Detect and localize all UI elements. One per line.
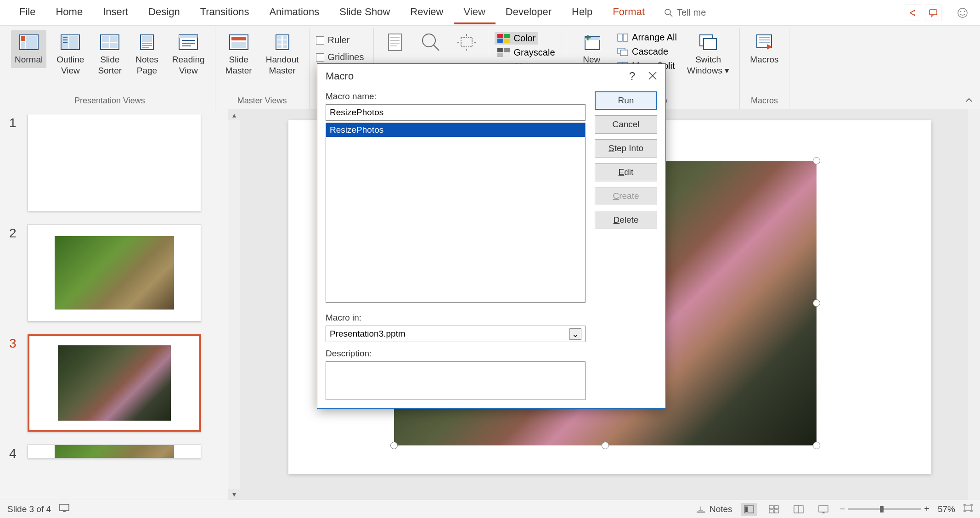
arrange-all-label: Arrange All: [632, 32, 677, 43]
zoom-level[interactable]: 57%: [938, 504, 955, 514]
zoom-slider-track[interactable]: [848, 508, 921, 510]
color-button[interactable]: Color: [495, 32, 539, 45]
reading-view-status-button[interactable]: [790, 503, 807, 516]
face-button[interactable]: [954, 5, 971, 21]
ruler-checkbox[interactable]: Ruler: [316, 33, 350, 47]
create-button[interactable]: Create: [595, 187, 657, 205]
notes-button-ribbon[interactable]: [380, 30, 410, 54]
notes-toggle[interactable]: Notes: [696, 504, 732, 514]
menubar: File Home Insert Design Transitions Anim…: [0, 0, 980, 26]
search-icon: [664, 8, 673, 17]
thumbnail-number: 4: [9, 445, 20, 461]
resize-handle-bl[interactable]: [390, 442, 398, 449]
notes-page-button[interactable]: Notes Page: [132, 30, 162, 79]
zoom-slider-thumb[interactable]: [880, 506, 884, 512]
tab-design[interactable]: Design: [138, 1, 190, 24]
grayscale-button[interactable]: Grayscale: [495, 46, 558, 59]
checkbox-icon: [316, 36, 324, 45]
thumbnail-pane: 1 2 3 4 ▴ ▾: [0, 109, 240, 500]
macro-in-select[interactable]: Presentation3.pptm ⌄: [326, 326, 586, 342]
switch-windows-button[interactable]: Switch Windows ▾: [683, 30, 733, 79]
tab-format[interactable]: Format: [603, 1, 655, 24]
accessibility-button[interactable]: [59, 504, 69, 514]
cancel-button[interactable]: Cancel: [595, 115, 657, 134]
description-box[interactable]: [326, 361, 586, 400]
cascade-button[interactable]: Cascade: [617, 46, 677, 57]
tab-help[interactable]: Help: [562, 1, 603, 24]
resize-handle-mr[interactable]: [813, 299, 820, 307]
arrange-all-button[interactable]: Arrange All: [617, 32, 677, 43]
svg-point-0: [665, 9, 670, 15]
normal-view-button[interactable]: Normal: [11, 30, 46, 68]
outline-view-button[interactable]: Outline View: [53, 30, 88, 79]
edit-button[interactable]: Edit: [595, 163, 657, 181]
slideshow-status-button[interactable]: [815, 503, 832, 516]
normal-view-status-button[interactable]: [741, 503, 757, 516]
resize-handle-br[interactable]: [813, 442, 820, 449]
tell-me-search[interactable]: Tell me: [664, 7, 706, 18]
resize-handle-tr[interactable]: [813, 157, 820, 164]
group-master-views: Slide Master Handout Master Master Views: [215, 28, 310, 109]
handout-master-label: Handout Master: [266, 54, 299, 76]
tab-transitions[interactable]: Transitions: [190, 1, 259, 24]
zoom-out-button[interactable]: −: [840, 504, 845, 514]
step-into-button[interactable]: Step Into: [595, 139, 657, 158]
slide-scrollbar[interactable]: [968, 109, 980, 500]
fit-to-window-button[interactable]: [963, 504, 973, 514]
handout-master-button[interactable]: Handout Master: [262, 30, 303, 79]
notes-page-icon: [137, 34, 157, 51]
thumbnail-slide-4[interactable]: 4: [9, 445, 221, 461]
macro-name-input[interactable]: [326, 104, 586, 121]
scroll-down-button[interactable]: ▾: [228, 489, 240, 500]
svg-rect-81: [819, 506, 828, 512]
comments-button[interactable]: [925, 5, 941, 21]
description-label: Description:: [326, 349, 586, 359]
sorter-view-status-button[interactable]: [766, 503, 782, 516]
macros-button[interactable]: Macros: [746, 30, 782, 68]
dialog-titlebar[interactable]: Macro ?: [317, 64, 665, 89]
tab-file[interactable]: File: [9, 1, 45, 24]
slide-sorter-button[interactable]: Slide Sorter: [94, 30, 125, 79]
thumbnail-slide-2[interactable]: 2: [9, 224, 221, 321]
svg-line-1: [670, 14, 672, 17]
run-button[interactable]: Run: [595, 91, 657, 110]
svg-rect-41: [389, 34, 401, 51]
tab-developer[interactable]: Developer: [496, 1, 562, 24]
svg-rect-9: [26, 36, 37, 49]
thumbnail-slide-1[interactable]: 1: [9, 114, 221, 211]
zoom-in-button[interactable]: +: [924, 504, 929, 514]
thumbnail-slide-3[interactable]: 3: [9, 334, 221, 432]
tab-review[interactable]: Review: [400, 1, 453, 24]
dialog-help-button[interactable]: ?: [629, 70, 635, 83]
tab-view[interactable]: View: [454, 1, 496, 24]
reading-view-button[interactable]: Reading View: [169, 30, 208, 79]
thumbnail-preview: [28, 224, 201, 321]
svg-rect-20: [110, 43, 118, 48]
tab-slideshow[interactable]: Slide Show: [329, 1, 400, 24]
gridlines-checkbox[interactable]: Gridlines: [316, 50, 364, 64]
group-macros: Macros Macros: [740, 28, 789, 109]
share-button[interactable]: [905, 5, 921, 21]
fit-button[interactable]: [452, 30, 481, 54]
collapse-ribbon-button[interactable]: [964, 96, 975, 107]
tab-home[interactable]: Home: [45, 1, 93, 24]
slide-master-button[interactable]: Slide Master: [222, 30, 256, 79]
statusbar: Slide 3 of 4 Notes − + 57%: [0, 500, 980, 518]
zoom-button[interactable]: [416, 30, 445, 54]
dialog-close-button[interactable]: [648, 69, 657, 84]
svg-rect-35: [277, 36, 282, 39]
tell-me-label: Tell me: [677, 7, 706, 18]
resize-handle-bm[interactable]: [602, 442, 609, 449]
normal-view-small-icon: [744, 505, 754, 513]
zoom-control[interactable]: − +: [840, 504, 929, 514]
macro-list-item[interactable]: ResizePhotos: [326, 123, 585, 137]
macro-list[interactable]: ResizePhotos: [326, 123, 586, 303]
thumbnail-scrollbar[interactable]: ▴ ▾: [228, 109, 240, 500]
tab-insert[interactable]: Insert: [93, 1, 138, 24]
svg-rect-19: [102, 43, 109, 48]
scroll-up-button[interactable]: ▴: [228, 109, 240, 120]
svg-rect-7: [21, 36, 25, 41]
delete-button[interactable]: Delete: [595, 211, 657, 229]
tab-animations[interactable]: Animations: [259, 1, 329, 24]
arrange-all-icon: [617, 34, 628, 42]
